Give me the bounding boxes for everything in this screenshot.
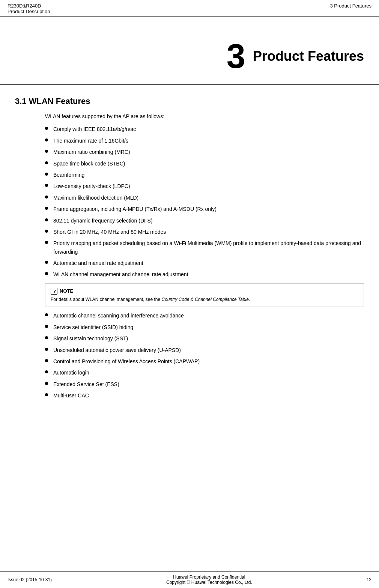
header-section: 3 Product Features — [330, 3, 371, 9]
list-item: Space time block code (STBC) — [45, 159, 364, 168]
list-item: Extended Service Set (ESS) — [45, 380, 364, 388]
header-left: R230D&R240D Product Description — [8, 3, 50, 14]
bullet-dot — [45, 184, 48, 187]
list-item: Automatic and manual rate adjustment — [45, 259, 364, 267]
bullet-dot — [45, 150, 48, 153]
list-item: Multi-user CAC — [45, 391, 364, 400]
list-item: Automatic channel scanning and interfere… — [45, 311, 364, 320]
header-right: 3 Product Features — [330, 3, 371, 9]
bullet-dot — [45, 127, 48, 130]
bullet-dot — [45, 218, 48, 221]
list-item: Automatic login — [45, 368, 364, 377]
bullet-list-1: Comply with IEEE 802.11a/b/g/n/ac The ma… — [45, 125, 364, 278]
list-item: Comply with IEEE 802.11a/b/g/n/ac — [45, 125, 364, 133]
list-item: Signal sustain technology (SST) — [45, 334, 364, 343]
list-item: Priority mapping and packet scheduling b… — [45, 239, 364, 256]
footer-proprietary: Huawei Proprietary and Confidential — [52, 574, 367, 580]
bullet-dot — [45, 370, 48, 373]
footer-center: Huawei Proprietary and Confidential Copy… — [52, 574, 367, 585]
bullet-dot — [45, 336, 48, 339]
note-box: 𝒾 NOTE For details about WLAN channel ma… — [45, 283, 364, 307]
bullet-dot — [45, 173, 48, 176]
bullet-dot — [45, 161, 48, 164]
page-footer: Issue 02 (2015-10-31) Huawei Proprietary… — [0, 571, 379, 588]
list-item: Short GI in 20 MHz, 40 MHz and 80 MHz mo… — [45, 228, 364, 236]
chapter-hero: 3 Product Features — [0, 17, 379, 85]
bullet-dot — [45, 382, 48, 385]
bullet-dot — [45, 325, 48, 328]
list-item: WLAN channel management and channel rate… — [45, 270, 364, 278]
section-title: 3.1 WLAN Features — [15, 96, 364, 106]
bullet-dot — [45, 313, 48, 316]
bullet-dot — [45, 359, 48, 362]
note-link-text: Country Code & Channel Compliance Table — [162, 297, 249, 302]
list-item: Unscheduled automatic power save deliver… — [45, 346, 364, 354]
intro-text: WLAN features supported by the AP are as… — [45, 112, 364, 120]
bullet-dot — [45, 230, 48, 233]
chapter-number: 3 — [227, 39, 245, 73]
list-item: Control and Provisioning of Wireless Acc… — [45, 357, 364, 365]
list-item: Beamforming — [45, 171, 364, 179]
footer-page-number: 12 — [367, 577, 371, 582]
bullet-dot — [45, 261, 48, 264]
bullet-dot — [45, 241, 48, 244]
list-item: Frame aggregation, including A-MPDU (Tx/… — [45, 205, 364, 213]
list-item: Low-density parity-check (LDPC) — [45, 182, 364, 190]
bullet-list-2: Automatic channel scanning and interfere… — [45, 311, 364, 400]
footer-copyright: Copyright © Huawei Technologies Co., Ltd… — [52, 580, 367, 585]
footer-issue: Issue 02 (2015-10-31) — [8, 577, 52, 582]
bullet-dot — [45, 393, 48, 396]
list-item: Maximum ratio combining (MRC) — [45, 148, 364, 156]
bullet-dot — [45, 272, 48, 275]
list-item: The maximum rate of 1.16Gbit/s — [45, 137, 364, 145]
header-doc-type: Product Description — [8, 9, 50, 14]
bullet-dot — [45, 207, 48, 210]
note-header: 𝒾 NOTE — [51, 287, 358, 295]
bullet-dot — [45, 195, 48, 199]
list-item: Maximum-likelihood detection (MLD) — [45, 194, 364, 202]
chapter-title: Product Features — [253, 48, 364, 64]
note-label: NOTE — [60, 287, 73, 295]
bullet-dot — [45, 138, 48, 141]
note-icon: 𝒾 — [51, 288, 57, 295]
bullet-dot — [45, 348, 48, 351]
page-header: R230D&R240D Product Description 3 Produc… — [0, 0, 379, 17]
list-item: Service set identifier (SSID) hiding — [45, 323, 364, 331]
header-doc-name: R230D&R240D — [8, 3, 50, 9]
list-item: 802.11 dynamic frequency selection (DFS) — [45, 217, 364, 225]
note-text: For details about WLAN channel managemen… — [51, 296, 358, 303]
